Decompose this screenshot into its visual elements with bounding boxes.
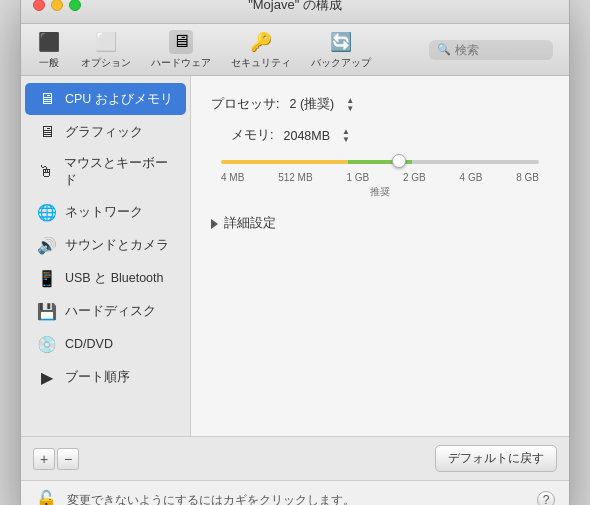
sidebar-keyboard-label: マウスとキーボード (64, 155, 174, 189)
toolbar-general[interactable]: ⬛ 一般 (37, 30, 61, 70)
graphics-icon: 🖥 (37, 122, 57, 142)
general-icon: ⬛ (37, 30, 61, 54)
lock-icon[interactable]: 🔓 (35, 489, 57, 505)
hdd-icon: 💾 (37, 301, 57, 321)
titlebar: "Mojave" の構成 (21, 0, 569, 24)
remove-button[interactable]: − (57, 448, 79, 470)
memory-row: メモリ: 2048MB ▲ ▼ (211, 127, 549, 144)
content-area: プロセッサ: 2 (推奨) ▲ ▼ メモリ: 2048MB ▲ ▼ (191, 76, 569, 436)
slider-label-4: 4 GB (460, 172, 483, 183)
footer-bar: 🔓 変更できないようにするにはカギをクリックします。 ? (21, 480, 569, 505)
toolbar-security[interactable]: 🔑 セキュリティ (231, 30, 291, 70)
traffic-lights (33, 0, 81, 11)
keyboard-icon: 🖱 (37, 162, 56, 182)
recommended-label: 推奨 (221, 185, 539, 199)
sidebar-item-network[interactable]: 🌐 ネットワーク (25, 196, 186, 228)
add-remove-buttons: + − (33, 448, 79, 470)
toolbar-hardware[interactable]: 🖥 ハードウェア (151, 30, 211, 70)
options-icon: ⬜ (94, 30, 118, 54)
sidebar-item-graphics[interactable]: 🖥 グラフィック (25, 116, 186, 148)
network-icon: 🌐 (37, 202, 57, 222)
toolbar-security-label: セキュリティ (231, 56, 291, 70)
toolbar-options[interactable]: ⬜ オプション (81, 30, 131, 70)
hardware-icon: 🖥 (169, 30, 193, 54)
boot-icon: ▶ (37, 367, 57, 387)
sidebar-hdd-label: ハードディスク (65, 303, 156, 320)
cpu-icon: 🖥 (37, 89, 57, 109)
slider-labels: 4 MB 512 MB 1 GB 2 GB 4 GB 8 GB (221, 172, 539, 183)
memory-slider-thumb[interactable] (392, 154, 406, 168)
processor-label: プロセッサ: (211, 96, 279, 113)
close-button[interactable] (33, 0, 45, 11)
sidebar-item-hdd[interactable]: 💾 ハードディスク (25, 295, 186, 327)
bottom-bar: + − デフォルトに戻す (21, 436, 569, 480)
sidebar-sound-label: サウンドとカメラ (65, 237, 169, 254)
slider-label-2: 1 GB (346, 172, 369, 183)
slider-label-3: 2 GB (403, 172, 426, 183)
sidebar-item-usb[interactable]: 📱 USB と Bluetooth (25, 262, 186, 294)
window-title: "Mojave" の構成 (33, 0, 557, 14)
footer-text: 変更できないようにするにはカギをクリックします。 (67, 492, 527, 506)
main-window: "Mojave" の構成 ⬛ 一般 ⬜ オプション 🖥 ハードウェア 🔑 セキュ… (20, 0, 570, 505)
memory-label: メモリ: (231, 127, 273, 144)
memory-slider-track[interactable] (221, 160, 539, 164)
search-input[interactable] (455, 43, 545, 57)
detail-label: 詳細設定 (224, 215, 276, 232)
slider-label-1: 512 MB (278, 172, 312, 183)
search-box[interactable]: 🔍 (429, 40, 553, 60)
sidebar-cpu-label: CPU およびメモリ (65, 91, 173, 108)
sidebar-item-sound[interactable]: 🔊 サウンドとカメラ (25, 229, 186, 261)
minimize-button[interactable] (51, 0, 63, 11)
usb-icon: 📱 (37, 268, 57, 288)
memory-value: 2048MB (283, 129, 330, 143)
sidebar-item-keyboard[interactable]: 🖱 マウスとキーボード (25, 149, 186, 195)
add-button[interactable]: + (33, 448, 55, 470)
sidebar-graphics-label: グラフィック (65, 124, 143, 141)
sidebar-usb-label: USB と Bluetooth (65, 270, 163, 287)
toolbar-hardware-label: ハードウェア (151, 56, 211, 70)
processor-stepper[interactable]: ▲ ▼ (346, 97, 354, 113)
memory-stepper[interactable]: ▲ ▼ (342, 128, 350, 144)
slider-label-0: 4 MB (221, 172, 244, 183)
sidebar-boot-label: ブート順序 (65, 369, 130, 386)
toolbar-backup-label: バックアップ (311, 56, 371, 70)
search-icon: 🔍 (437, 43, 451, 56)
toolbar: ⬛ 一般 ⬜ オプション 🖥 ハードウェア 🔑 セキュリティ 🔄 バックアップ … (21, 24, 569, 76)
sound-icon: 🔊 (37, 235, 57, 255)
sidebar-network-label: ネットワーク (65, 204, 143, 221)
processor-value: 2 (推奨) (289, 96, 334, 113)
sidebar-item-dvd[interactable]: 💿 CD/DVD (25, 328, 186, 360)
toolbar-general-label: 一般 (39, 56, 59, 70)
memory-slider-container: 4 MB 512 MB 1 GB 2 GB 4 GB 8 GB 推奨 (211, 160, 549, 199)
toolbar-options-label: オプション (81, 56, 131, 70)
toolbar-backup[interactable]: 🔄 バックアップ (311, 30, 371, 70)
sidebar-dvd-label: CD/DVD (65, 337, 113, 351)
help-button[interactable]: ? (537, 491, 555, 505)
sidebar-item-cpu[interactable]: 🖥 CPU およびメモリ (25, 83, 186, 115)
detail-section[interactable]: 詳細設定 (211, 215, 549, 232)
default-button[interactable]: デフォルトに戻す (435, 445, 557, 472)
detail-triangle-icon (211, 219, 218, 229)
fullscreen-button[interactable] (69, 0, 81, 11)
security-icon: 🔑 (249, 30, 273, 54)
slider-label-5: 8 GB (516, 172, 539, 183)
sidebar: 🖥 CPU およびメモリ 🖥 グラフィック 🖱 マウスとキーボード 🌐 ネットワ… (21, 76, 191, 436)
toolbar-icons: ⬛ 一般 ⬜ オプション 🖥 ハードウェア 🔑 セキュリティ 🔄 バックアップ (37, 30, 371, 70)
backup-icon: 🔄 (329, 30, 353, 54)
sidebar-item-boot[interactable]: ▶ ブート順序 (25, 361, 186, 393)
dvd-icon: 💿 (37, 334, 57, 354)
processor-row: プロセッサ: 2 (推奨) ▲ ▼ (211, 96, 549, 113)
main-content: 🖥 CPU およびメモリ 🖥 グラフィック 🖱 マウスとキーボード 🌐 ネットワ… (21, 76, 569, 436)
